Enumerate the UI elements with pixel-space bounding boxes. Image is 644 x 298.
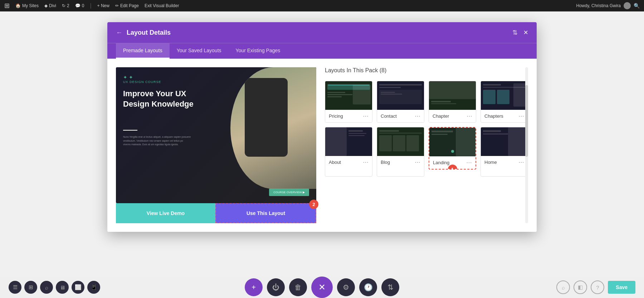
layout-thumb-chapters — [481, 81, 528, 110]
wireframe-icon: ⊞ — [29, 284, 33, 290]
layouts-panel: Layouts In This Pack (8) Pricing — [316, 67, 528, 223]
admin-bar-right: Howdy, Christina Gwira 🔍 — [576, 2, 640, 9]
layout-menu-landing[interactable]: ⋯ — [466, 159, 472, 166]
pencil-icon: ✏ — [115, 3, 119, 8]
layers-button[interactable]: ◧ — [574, 280, 587, 294]
trash-icon: 🗑 — [294, 283, 302, 292]
avatar — [624, 2, 631, 9]
layout-card-blog[interactable]: Blog ⋯ — [377, 127, 424, 177]
layout-menu-chapters[interactable]: ⋯ — [518, 113, 524, 119]
history-button[interactable]: 🕐 — [359, 278, 377, 296]
tablet-view-button[interactable]: ⬜ — [72, 281, 84, 294]
layout-menu-chapter[interactable]: ⋯ — [467, 113, 472, 119]
mobile-icon: 📱 — [91, 284, 97, 290]
layout-thumb-pricing — [325, 81, 372, 110]
exit-builder-link[interactable]: Exit Visual Builder — [145, 3, 179, 8]
wireframe-button[interactable]: ⊞ — [24, 281, 37, 294]
modal-header: ← Layout Details ⇅ × — [107, 22, 537, 43]
layout-menu-home[interactable]: ⋯ — [518, 159, 524, 166]
my-sites-menu[interactable]: 🏠 My Sites — [15, 3, 39, 8]
layout-thumb-contact — [377, 81, 424, 110]
desktop-view-button[interactable]: 🖥 — [56, 281, 69, 294]
transfer-icon: ⇅ — [387, 283, 394, 292]
preview-actions: View Live Demo Use This Layout 2 — [116, 203, 316, 223]
portability-button[interactable]: ⇅ — [381, 278, 399, 296]
layout-menu-pricing[interactable]: ⋯ — [363, 113, 369, 119]
wp-logo-icon[interactable]: ⊞ — [4, 2, 10, 10]
search-button[interactable]: ⌕ — [40, 281, 53, 294]
layout-card-chapter[interactable]: Chapter ⋯ — [429, 81, 476, 123]
search-right-button[interactable]: ⌕ — [556, 280, 570, 294]
layouts-grid: Pricing ⋯ C — [325, 81, 528, 177]
layout-card-about[interactable]: About ⋯ — [325, 127, 372, 177]
tab-saved-layouts[interactable]: Your Saved Layouts — [170, 43, 229, 59]
admin-search-icon[interactable]: 🔍 — [634, 3, 640, 9]
trash-button[interactable]: 🗑 — [289, 278, 307, 296]
revisions-icon: ↻ — [62, 3, 65, 8]
layout-label-blog: Blog — [381, 160, 390, 165]
layout-thumb-landing — [429, 128, 475, 156]
layout-label-contact: Contact — [381, 113, 397, 119]
layout-card-home[interactable]: Home ⋯ — [480, 127, 528, 177]
close-builder-button[interactable]: ✕ — [311, 277, 333, 298]
comments-icon: 💬 — [75, 3, 80, 8]
modal-close-button[interactable]: × — [523, 29, 528, 36]
mobile-view-button[interactable]: 📱 — [87, 281, 100, 294]
admin-bar: ⊞ 🏠 My Sites ◆ Divi ↻ 2 💬 0 | + New ✏ Ed… — [0, 0, 644, 11]
scrollbar-track — [525, 67, 528, 223]
layout-menu-about[interactable]: ⋯ — [363, 159, 369, 166]
layout-thumb-chapter — [429, 81, 476, 110]
hamburger-icon: ☰ — [13, 284, 18, 290]
toolbar-center: + ⏻ 🗑 ✕ ⚙ 🕐 ⇅ — [245, 277, 399, 298]
tablet-icon: ⬜ — [75, 284, 82, 290]
toolbar-left: ☰ ⊞ ⌕ 🖥 ⬜ 📱 — [9, 281, 100, 294]
layouts-pack-title: Layouts In This Pack (8) — [325, 67, 528, 74]
help-button[interactable]: ? — [591, 280, 604, 294]
clock-icon: 🕐 — [364, 283, 373, 292]
preview-panel: ✦ ✦ UX DESIGN COURSE Improve Your UX Des… — [116, 67, 316, 223]
comments-menu[interactable]: 💬 0 — [75, 3, 84, 8]
layout-label-chapter: Chapter — [433, 113, 449, 119]
layout-card-contact[interactable]: Contact ⋯ — [377, 81, 424, 123]
back-button[interactable]: ← — [116, 29, 122, 36]
modal-title: Layout Details — [127, 29, 171, 36]
layout-card-chapters[interactable]: Chapters ⋯ — [480, 81, 528, 123]
preview-body-text: Nunc fringilla erat ut lectus aliquet, a… — [123, 135, 191, 147]
preview-heading: Improve Your UX Design Knowledge — [123, 89, 195, 109]
layout-label-about: About — [329, 160, 341, 165]
layout-card-landing[interactable]: Landing ⋯ 1 — [429, 127, 476, 170]
add-module-button[interactable]: + — [245, 278, 263, 296]
divi-menu[interactable]: ◆ Divi — [44, 3, 56, 8]
power-button[interactable]: ⏻ — [267, 278, 285, 296]
power-icon: ⏻ — [272, 283, 279, 292]
close-icon: ✕ — [318, 282, 326, 292]
search-icon: ⌕ — [45, 284, 48, 290]
landing-selected-dot — [451, 150, 454, 153]
preview-stars-icon: ✦ ✦ — [123, 74, 133, 80]
revisions-menu[interactable]: ↻ 2 — [62, 3, 69, 8]
gear-icon: ⚙ — [343, 283, 349, 292]
scrollbar-thumb[interactable] — [525, 85, 528, 157]
preview-content: ✦ ✦ UX DESIGN COURSE Improve Your UX Des… — [116, 67, 316, 203]
modal-tabs: Premade Layouts Your Saved Layouts Your … — [107, 43, 537, 59]
preview-divider — [123, 130, 137, 131]
view-live-demo-button[interactable]: View Live Demo — [116, 203, 215, 223]
bottom-toolbar: ☰ ⊞ ⌕ 🖥 ⬜ 📱 + ⏻ 🗑 ✕ ⚙ — [0, 277, 644, 298]
layout-menu-contact[interactable]: ⋯ — [415, 113, 420, 119]
use-this-layout-button[interactable]: Use This Layout 2 — [215, 203, 316, 223]
new-menu[interactable]: + New — [97, 3, 109, 8]
menu-button[interactable]: ☰ — [9, 281, 21, 294]
tab-premade-layouts[interactable]: Premade Layouts — [116, 43, 170, 59]
layout-label-pricing: Pricing — [329, 113, 343, 119]
save-button[interactable]: Save — [608, 281, 635, 294]
modal-body: ✦ ✦ UX DESIGN COURSE Improve Your UX Des… — [107, 59, 537, 232]
layout-label-landing: Landing — [433, 160, 449, 165]
layout-menu-blog[interactable]: ⋯ — [415, 159, 420, 166]
preview-image: ✦ ✦ UX DESIGN COURSE Improve Your UX Des… — [116, 67, 316, 203]
edit-page-link[interactable]: ✏ Edit Page — [115, 3, 139, 8]
settings-button[interactable]: ⚙ — [337, 278, 355, 296]
tab-existing-pages[interactable]: Your Existing Pages — [229, 43, 288, 59]
desktop-icon: 🖥 — [60, 284, 65, 290]
sort-icon[interactable]: ⇅ — [512, 29, 518, 36]
layout-card-pricing[interactable]: Pricing ⋯ — [325, 81, 372, 123]
